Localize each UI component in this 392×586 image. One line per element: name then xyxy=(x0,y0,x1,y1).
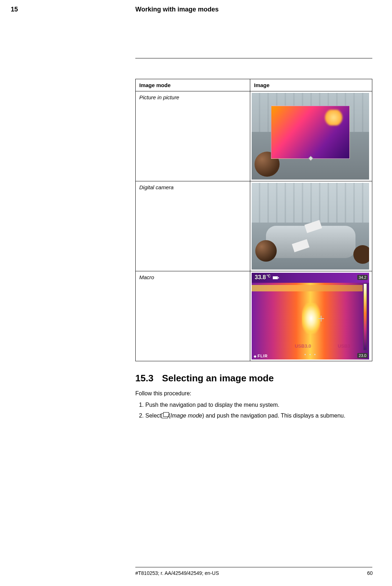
example-image-digital xyxy=(252,183,369,270)
section-heading: 15.3Selecting an image mode xyxy=(135,373,372,384)
image-mode-icon xyxy=(161,413,168,418)
mode-label-digital: Digital camera xyxy=(136,181,250,271)
temperature-scale-bar xyxy=(363,284,367,350)
horizontal-rule-bottom xyxy=(135,567,372,567)
image-mode-table: Image mode Image Picture in picture xyxy=(135,79,372,361)
table-header-image: Image xyxy=(250,79,372,91)
brand-logo: FLIR xyxy=(254,354,267,358)
pager-dots: • • • xyxy=(304,352,316,357)
horizontal-rule-top xyxy=(135,58,372,58)
macro-temperature-readout: 33.8°C xyxy=(255,274,277,281)
chapter-title: Working with image modes xyxy=(135,6,219,13)
battery-icon xyxy=(273,276,278,279)
chapter-number: 15 xyxy=(11,6,18,13)
step-2: Select(Image mode) and push the navigati… xyxy=(145,412,372,420)
usb-label: USB3.0 xyxy=(295,343,311,349)
example-image-pip xyxy=(252,93,369,180)
footer-doc-id: #T810253; r. AA/42549/42549; en-US xyxy=(135,570,219,576)
footer-page-number: 60 xyxy=(367,570,373,576)
procedure-intro: Follow this procedure: xyxy=(135,390,372,397)
step-1: Push the navigation pad to display the m… xyxy=(145,401,372,409)
table-row: Digital camera xyxy=(136,181,372,271)
table-header-mode: Image mode xyxy=(136,79,250,91)
usb-label: USB3 xyxy=(338,343,350,349)
crosshair-icon xyxy=(318,316,324,321)
example-image-macro: 33.8°C USB3.0 USB3 34.2 23.0 FLIR • • • xyxy=(252,273,369,359)
section-selecting-image-mode: 15.3Selecting an image mode Follow this … xyxy=(135,373,372,423)
table-row: Macro 33.8°C USB3.0 USB3 xyxy=(136,271,372,361)
table-row: Picture in picture xyxy=(136,91,372,181)
scale-min-label: 23.0 xyxy=(357,353,368,358)
mode-label-macro: Macro xyxy=(136,271,250,361)
scale-max-label: 34.2 xyxy=(357,275,368,280)
mode-label-pip: Picture in picture xyxy=(136,91,250,181)
